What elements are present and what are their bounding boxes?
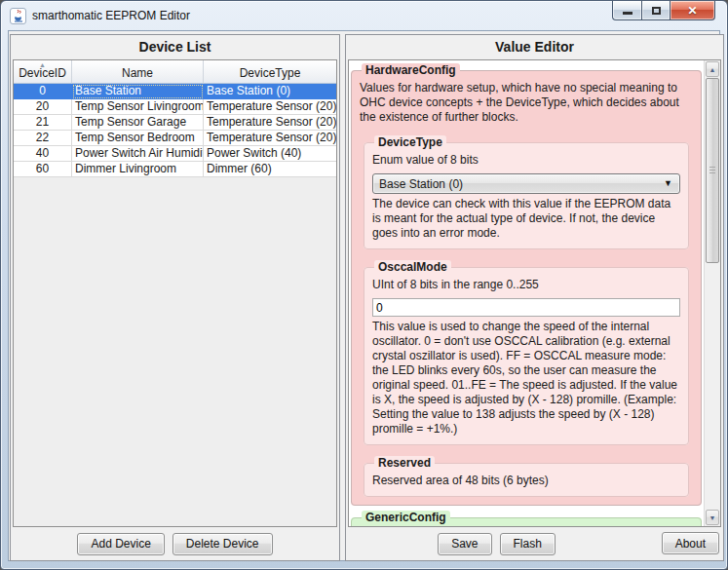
value-editor-button-bar: Save Flash About [346, 527, 723, 560]
maximize-icon [652, 7, 661, 15]
osccal-mode-input[interactable] [372, 298, 680, 317]
column-header-devicetype[interactable]: DeviceType [204, 60, 336, 84]
column-label: DeviceType [240, 66, 301, 80]
vertical-scrollbar[interactable]: ▲ ▼ [704, 60, 720, 526]
reserved-description: Reserved area of 48 bits (6 bytes) [372, 474, 680, 488]
section-hardware-config: HardwareConfig Values for hardware setup… [351, 63, 702, 506]
column-label: DeviceID [19, 66, 66, 80]
cell-name[interactable]: Temp Sensor Livingroom [72, 99, 204, 115]
cell-name[interactable]: Base Station [72, 84, 204, 99]
cell-name[interactable]: Temp Sensor Bedroom [72, 131, 204, 146]
cell-deviceid[interactable]: 21 [14, 115, 72, 131]
device-type-selected-value: Base Station (0) [379, 177, 463, 191]
cell-devicetype[interactable]: Dimmer (60) [204, 162, 336, 177]
device-type-type-info: Enum value of 8 bits [372, 153, 680, 168]
value-editor-content: HardwareConfig Values for hardware setup… [349, 60, 704, 526]
minimize-button[interactable] [612, 1, 641, 20]
table-row-temp-garage[interactable]: 21 Temp Sensor Garage Temperature Sensor… [14, 115, 336, 131]
column-header-name[interactable]: Name [72, 60, 204, 84]
scrollbar-grip-icon [709, 167, 715, 173]
add-device-button[interactable]: Add Device [77, 533, 164, 555]
maximize-button[interactable] [641, 1, 671, 20]
table-row-power-switch[interactable]: 40 Power Switch Air Humidifier Power Swi… [14, 146, 336, 162]
cell-deviceid[interactable]: 0 [14, 84, 72, 99]
device-list-button-bar: Add Device Delete Device [11, 527, 339, 560]
cell-deviceid[interactable]: 40 [14, 146, 72, 162]
cell-devicetype[interactable]: Base Station (0) [204, 84, 336, 99]
cell-deviceid[interactable]: 22 [14, 131, 72, 146]
column-header-deviceid[interactable]: ▲ DeviceID [14, 60, 72, 84]
section-title-generic-config: GenericConfig [362, 511, 450, 524]
scroll-down-icon: ▼ [709, 514, 716, 521]
table-row-dimmer[interactable]: 60 Dimmer Livingroom Dimmer (60) [14, 162, 336, 177]
value-editor-scroll-area: HardwareConfig Values for hardware setup… [348, 59, 721, 527]
cell-name[interactable]: Dimmer Livingroom [72, 162, 204, 177]
section-reserved: Reserved Reserved area of 48 bits (6 byt… [364, 456, 689, 497]
section-title-device-type: DeviceType [374, 135, 446, 149]
section-title-osccal-mode: OsccalMode [374, 260, 451, 274]
osccal-mode-type-info: UInt of 8 bits in the range 0..255 [372, 278, 680, 292]
scroll-down-button[interactable]: ▼ [706, 510, 719, 525]
close-button[interactable]: ✕ [671, 1, 715, 20]
chevron-down-icon: ▼ [664, 178, 672, 188]
window-title: smarthomatic EEPROM Editor [32, 9, 190, 22]
close-icon: ✕ [687, 4, 697, 18]
hardware-config-description: Values for hardware setup, which have no… [360, 81, 693, 125]
window-controls: ✕ [612, 1, 715, 20]
cell-devicetype[interactable]: Power Switch (40) [204, 146, 336, 162]
java-cup-icon [13, 9, 24, 22]
delete-device-button[interactable]: Delete Device [172, 533, 273, 555]
scroll-up-icon: ▲ [709, 66, 716, 73]
device-list-title: Device List [11, 35, 339, 59]
flash-button[interactable]: Flash [500, 533, 556, 555]
java-app-icon[interactable] [10, 8, 26, 24]
section-device-type: DeviceType Enum value of 8 bits Base Sta… [364, 135, 689, 249]
value-editor-panel: Value Editor HardwareConfig Values for h… [345, 34, 724, 561]
sort-ascending-icon: ▲ [39, 61, 46, 68]
column-label: Name [122, 66, 153, 80]
cell-name[interactable]: Temp Sensor Garage [72, 115, 204, 131]
section-generic-config: GenericConfig This block contains OHC co… [351, 511, 702, 526]
device-table-header: ▲ DeviceID Name DeviceType [14, 60, 336, 84]
table-row-temp-bedroom[interactable]: 22 Temp Sensor Bedroom Temperature Senso… [14, 131, 336, 146]
minimize-icon [623, 12, 632, 15]
table-row-temp-livingroom[interactable]: 20 Temp Sensor Livingroom Temperature Se… [14, 99, 336, 115]
section-osccal-mode: OsccalMode UInt of 8 bits in the range 0… [364, 260, 689, 445]
cell-deviceid[interactable]: 60 [14, 162, 72, 177]
device-type-description: The device can check with this value if … [372, 197, 680, 241]
cell-deviceid[interactable]: 20 [14, 99, 72, 115]
device-list-panel: Device List ▲ DeviceID Name DeviceType 0 [10, 34, 340, 561]
section-title-hardware-config: HardwareConfig [362, 63, 460, 77]
cell-devicetype[interactable]: Temperature Sensor (20) [204, 99, 336, 115]
cell-devicetype[interactable]: Temperature Sensor (20) [204, 115, 336, 131]
scroll-up-button[interactable]: ▲ [706, 61, 719, 77]
cell-name[interactable]: Power Switch Air Humidifier [72, 146, 204, 162]
save-button[interactable]: Save [438, 533, 491, 555]
value-editor-title: Value Editor [346, 35, 723, 59]
scrollbar-thumb[interactable] [706, 78, 719, 263]
about-button[interactable]: About [662, 532, 719, 554]
app-window: smarthomatic EEPROM Editor ✕ Device List… [0, 0, 728, 570]
table-row-base-station[interactable]: 0 Base Station Base Station (0) [14, 84, 336, 99]
client-area: Device List ▲ DeviceID Name DeviceType 0 [8, 30, 720, 561]
osccal-mode-description: This value is used to change the speed o… [372, 320, 680, 437]
cell-devicetype[interactable]: Temperature Sensor (20) [204, 131, 336, 146]
device-table: ▲ DeviceID Name DeviceType 0 Base Statio… [13, 59, 337, 527]
device-type-dropdown[interactable]: Base Station (0) ▼ [372, 173, 680, 194]
section-title-reserved: Reserved [374, 456, 435, 470]
